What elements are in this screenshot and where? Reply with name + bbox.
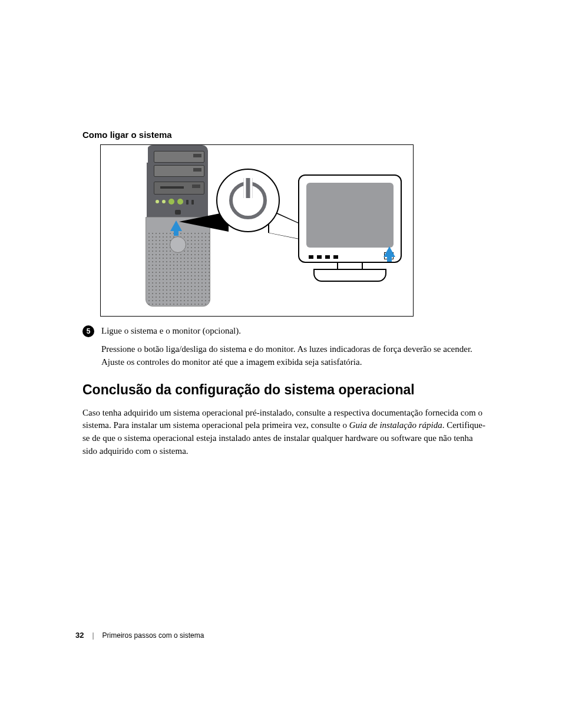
- section-heading: Como ligar o sistema: [82, 130, 485, 140]
- step-lead-text: Ligue o sistema e o monitor (opcional).: [101, 325, 241, 337]
- power-icon: [229, 182, 267, 219]
- guide-title-italic: Guia de instalação rápida: [349, 420, 442, 430]
- dell-badge-icon: [170, 236, 186, 253]
- paragraph-os-config: Caso tenha adquirido um sistema operacio…: [82, 407, 485, 458]
- step-number-badge: 5: [82, 325, 94, 337]
- monitor-illustration: [298, 174, 402, 286]
- step-body-text: Pressione o botão liga/desliga do sistem…: [101, 343, 485, 369]
- page-footer: 32 | Primeiros passos com o sistema: [75, 631, 204, 640]
- heading-conclusao: Conclusão da configuração do sistema ope…: [82, 382, 485, 398]
- arrow-up-icon: [384, 246, 395, 257]
- footer-separator: |: [92, 631, 94, 640]
- page-number: 32: [75, 631, 84, 640]
- arrow-up-icon: [170, 220, 182, 231]
- tower-power-button: [175, 210, 181, 215]
- footer-title: Primeiros passos com o sistema: [103, 631, 204, 640]
- power-callout: [216, 169, 280, 232]
- figure-turn-on-system: [100, 144, 414, 317]
